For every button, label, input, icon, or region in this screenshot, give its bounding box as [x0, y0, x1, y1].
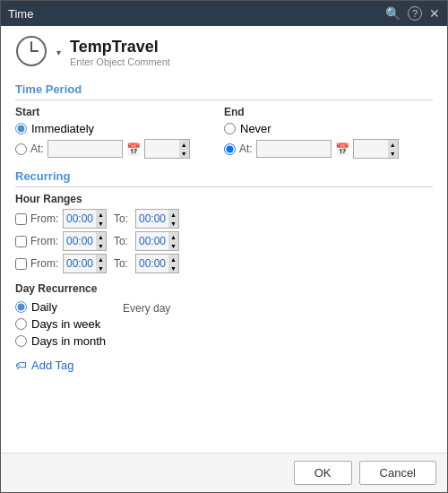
- object-comment: Enter Object Comment: [70, 56, 170, 67]
- day-recurrence: Day Recurrence Daily Days in week: [15, 282, 433, 348]
- days-in-week-radio[interactable]: [15, 318, 27, 330]
- header-row: ▾ TempTravel Enter Object Comment: [15, 35, 433, 70]
- hr-from-spinner-2: ▲ ▼: [96, 232, 106, 250]
- time-period-section: Time Period Start Immediately At: 02/22/…: [15, 82, 433, 159]
- end-never-radio[interactable]: [224, 123, 236, 134]
- start-at-label: At:: [30, 143, 44, 155]
- start-time-up[interactable]: ▲: [179, 140, 189, 149]
- every-day-description: Every day: [123, 302, 170, 315]
- time-period-row: Start Immediately At: 02/22/2022 📅 15:31: [15, 106, 433, 159]
- hr-from-time-3[interactable]: [64, 256, 96, 271]
- end-never-label: Never: [240, 122, 271, 135]
- title-bar-icons: 🔍 ? ✕: [385, 6, 440, 21]
- end-at-label: At:: [239, 143, 253, 155]
- hr-to-spinner-1: ▲ ▼: [168, 210, 178, 228]
- days-in-month-radio[interactable]: [15, 335, 27, 347]
- hr-from-up-1[interactable]: ▲: [96, 210, 106, 219]
- recurring-section: Recurring Hour Ranges From: ▲ ▼ To:: [15, 169, 433, 348]
- end-date-input[interactable]: 03/07/2022: [256, 140, 332, 158]
- hr-from-down-3[interactable]: ▼: [96, 264, 106, 272]
- hr-to-down-2[interactable]: ▼: [168, 241, 178, 250]
- start-immediately-radio[interactable]: [15, 123, 27, 134]
- start-time-down[interactable]: ▼: [179, 149, 189, 158]
- start-immediately-label: Immediately: [31, 122, 94, 135]
- add-tag-label: Add Tag: [31, 359, 73, 372]
- hr-from-down-1[interactable]: ▼: [96, 219, 106, 228]
- days-in-month-label: Days in month: [31, 334, 106, 348]
- hour-range-row-2: From: ▲ ▼ To: ▲ ▼: [15, 231, 433, 251]
- ok-button[interactable]: OK: [294, 461, 352, 485]
- hr-from-spinner-3: ▲ ▼: [96, 255, 106, 272]
- hr-checkbox-3[interactable]: [15, 258, 27, 270]
- footer: OK Cancel: [1, 453, 447, 492]
- hr-from-time-wrap-3: ▲ ▼: [63, 254, 107, 273]
- hr-to-down-3[interactable]: ▼: [168, 264, 178, 272]
- start-at-row: At: 02/22/2022 📅 15:31 ▲ ▼: [15, 139, 224, 159]
- start-date-input[interactable]: 02/22/2022: [47, 140, 123, 158]
- hr-to-label-1: To:: [114, 212, 128, 225]
- start-at-radio[interactable]: [15, 143, 27, 155]
- hr-to-time-2[interactable]: [136, 234, 168, 248]
- start-col: Start Immediately At: 02/22/2022 📅 15:31: [15, 106, 224, 159]
- start-immediately-row: Immediately: [15, 122, 224, 135]
- end-at-radio[interactable]: [224, 143, 236, 155]
- end-never-row: Never: [224, 122, 433, 135]
- title-bar-left: Time: [8, 7, 33, 21]
- daily-row: Daily: [15, 300, 123, 314]
- hr-from-time-1[interactable]: [64, 212, 96, 226]
- hr-checkbox-2[interactable]: [15, 236, 27, 247]
- hr-to-up-2[interactable]: ▲: [168, 232, 178, 241]
- header-text: TempTravel Enter Object Comment: [70, 38, 170, 67]
- start-label: Start: [15, 106, 224, 118]
- hr-from-spinner-1: ▲ ▼: [96, 210, 106, 228]
- add-tag-row[interactable]: 🏷 Add Tag: [15, 359, 433, 372]
- help-icon[interactable]: ?: [408, 6, 422, 21]
- hr-to-time-wrap-3: ▲ ▼: [135, 254, 179, 273]
- dropdown-arrow-icon[interactable]: ▾: [56, 48, 61, 57]
- clock-icon: [15, 35, 47, 70]
- end-label: End: [224, 106, 433, 118]
- start-time-input[interactable]: 15:31: [145, 141, 179, 157]
- object-name: TempTravel: [70, 38, 170, 56]
- close-icon[interactable]: ✕: [429, 6, 440, 21]
- end-time-up[interactable]: ▲: [388, 140, 398, 149]
- hr-from-label-1: From:: [30, 212, 59, 225]
- end-at-row: At: 03/07/2022 📅 07:00 ▲ ▼: [224, 139, 433, 159]
- end-calendar-icon[interactable]: 📅: [335, 143, 349, 156]
- recurring-title: Recurring: [15, 169, 433, 187]
- title-bar-title: Time: [8, 7, 33, 21]
- title-bar: Time 🔍 ? ✕: [1, 1, 447, 26]
- search-icon[interactable]: 🔍: [385, 6, 401, 21]
- hr-from-label-3: From:: [30, 257, 59, 270]
- hr-checkbox-1[interactable]: [15, 213, 27, 225]
- hour-range-row-3: From: ▲ ▼ To: ▲ ▼: [15, 254, 433, 273]
- day-recurrence-options: Daily Days in week Days in month Every d…: [15, 300, 433, 348]
- days-in-week-label: Days in week: [31, 317, 100, 331]
- end-time-input[interactable]: 07:00: [354, 141, 388, 157]
- hr-from-time-2[interactable]: [64, 234, 96, 248]
- hour-ranges: Hour Ranges From: ▲ ▼ To:: [15, 193, 433, 273]
- end-time-wrap: 07:00 ▲ ▼: [353, 139, 399, 159]
- hr-to-up-3[interactable]: ▲: [168, 255, 178, 264]
- hour-ranges-title: Hour Ranges: [15, 193, 433, 205]
- hr-to-time-1[interactable]: [136, 212, 168, 226]
- days-in-week-row: Days in week: [15, 317, 123, 331]
- day-recurrence-title: Day Recurrence: [15, 282, 433, 295]
- start-time-spinner: ▲ ▼: [179, 140, 189, 158]
- hr-from-down-2[interactable]: ▼: [96, 241, 106, 250]
- hr-to-time-3[interactable]: [136, 256, 168, 271]
- hr-from-up-3[interactable]: ▲: [96, 255, 106, 264]
- hr-to-label-3: To:: [114, 257, 128, 270]
- content-area: ▾ TempTravel Enter Object Comment Time P…: [1, 26, 447, 453]
- daily-radio[interactable]: [15, 301, 27, 313]
- hr-from-up-2[interactable]: ▲: [96, 232, 106, 241]
- cancel-button[interactable]: Cancel: [359, 461, 436, 485]
- daily-label: Daily: [31, 300, 57, 314]
- hr-to-time-wrap-2: ▲ ▼: [135, 231, 179, 251]
- end-time-spinner: ▲ ▼: [388, 140, 398, 158]
- hr-to-down-1[interactable]: ▼: [168, 219, 178, 228]
- end-time-down[interactable]: ▼: [388, 149, 398, 158]
- hr-to-up-1[interactable]: ▲: [168, 210, 178, 219]
- hr-to-spinner-2: ▲ ▼: [168, 232, 178, 250]
- start-calendar-icon[interactable]: 📅: [126, 143, 141, 156]
